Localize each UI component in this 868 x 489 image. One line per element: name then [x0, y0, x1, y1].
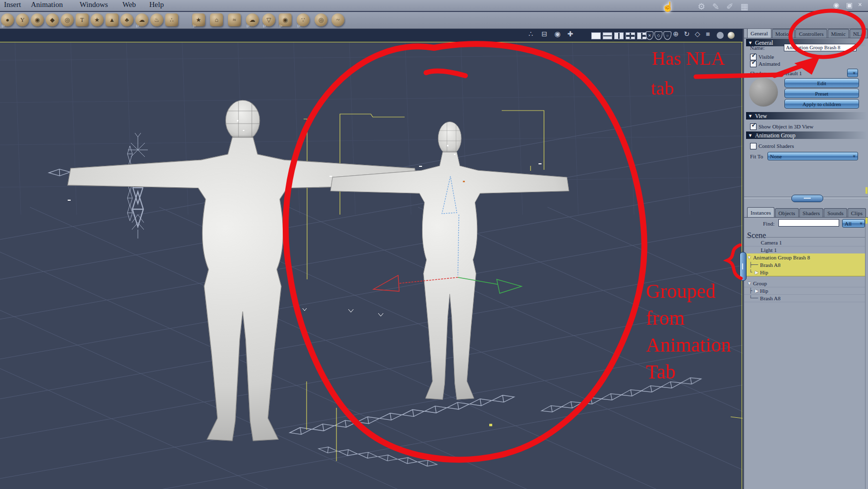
display-wire-icon[interactable]: ◇ — [654, 31, 662, 40]
scrollbar-track[interactable] — [865, 217, 866, 489]
bone-tool-icon[interactable]: ~ — [331, 13, 344, 26]
right-panel: Animation Group Brash 8 : Attributes ◀ G… — [743, 12, 868, 489]
particles-tool-icon[interactable]: ★ — [91, 13, 104, 26]
flat-sphere-icon[interactable] — [717, 32, 724, 39]
group-icon[interactable]: ∴ — [529, 31, 533, 38]
tab-objects[interactable]: Objects — [775, 208, 799, 217]
tab-instances[interactable]: Instances — [747, 207, 774, 217]
tree-row-hip-2[interactable]: ├▶ Hip — [744, 287, 865, 295]
brush-texture-room-icon[interactable]: ✐ — [726, 2, 733, 11]
menu-windows[interactable]: Windows — [80, 0, 108, 9]
textured-sphere-icon[interactable] — [728, 32, 735, 39]
volumetric-cloud-tool-icon[interactable]: ☁▷ — [246, 13, 259, 26]
filter-dropdown[interactable]: All » — [842, 219, 865, 228]
torus-tool-icon[interactable]: ◎ — [61, 13, 74, 26]
layout-2-pane-icon[interactable] — [603, 32, 612, 39]
shader-dropdown-button[interactable]: » — [847, 69, 858, 77]
apply-to-children-button[interactable]: Apply to children — [784, 99, 859, 109]
spot-light-tool-icon[interactable]: ▽▷ — [262, 13, 275, 26]
particle-emitter-tool-icon[interactable]: ∵▷ — [297, 13, 310, 26]
display-shaded-icon[interactable]: ○ — [663, 31, 671, 40]
wireframe-cube-icon[interactable]: ◇ — [695, 31, 700, 38]
fit-to-dropdown[interactable]: None » — [767, 152, 858, 160]
layout-4-pane-icon[interactable] — [626, 32, 635, 39]
tab-shaders[interactable]: Shaders — [799, 208, 824, 217]
house-tool-icon[interactable]: ⌂ — [210, 13, 223, 26]
close-icon[interactable]: × — [858, 1, 862, 8]
tree-label: Camera 1 — [761, 240, 782, 245]
text-tool-icon[interactable]: T — [76, 13, 89, 26]
layout-single-icon[interactable] — [591, 32, 601, 39]
expander-closed-icon[interactable]: ▶ — [755, 288, 759, 293]
ocean-tool-icon[interactable]: ≈ — [228, 13, 241, 26]
tree-row-brash-a8-2[interactable]: └──Brash A8 — [744, 294, 865, 302]
room-switcher: ☝ ⚙ ✎ ✐ ▦ — [662, 0, 749, 13]
camera-tool-icon[interactable]: ◉▷ — [279, 13, 292, 26]
vertex-object-tool-icon[interactable]: Y — [16, 13, 29, 26]
tree-label: Hip — [760, 288, 768, 294]
control-shaders-checkbox[interactable] — [750, 143, 757, 149]
tab-motion[interactable]: Motion — [772, 29, 795, 38]
expander-open-icon[interactable]: ▼ — [747, 255, 752, 260]
animated-checkbox[interactable] — [750, 61, 757, 67]
tree-row-camera[interactable]: Camera 1 — [744, 239, 865, 246]
rotate-view-icon[interactable]: ↻ — [684, 31, 690, 38]
rock-tool-icon[interactable]: ∴ — [165, 13, 178, 26]
menu-insert[interactable]: Insert — [4, 0, 21, 9]
expander-open-icon[interactable]: ▼ — [747, 281, 752, 286]
hand-assemble-room-icon[interactable]: ☝ — [662, 2, 674, 11]
tab-nla[interactable]: NLA — [850, 29, 868, 38]
menu-help[interactable]: Help — [149, 0, 164, 9]
display-box-icon[interactable]: ✕ — [646, 31, 653, 40]
target-helper-tool-icon[interactable]: ◎ — [315, 13, 327, 26]
solid-cube-icon[interactable]: ■ — [706, 31, 710, 38]
fountain-tool-icon[interactable]: ★▷ — [192, 13, 205, 26]
cloud-tool-icon[interactable]: ☁▷ — [135, 13, 148, 26]
camera-view-icon[interactable]: ◉ — [554, 31, 560, 38]
view-section-header[interactable]: ▼ View — [746, 112, 867, 120]
name-label: Name: — [750, 45, 764, 51]
geodesic-tool-icon[interactable]: ◉ — [31, 13, 44, 26]
sphere-tool-icon[interactable]: ●▷ — [1, 13, 14, 26]
tab-controllers[interactable]: Controllers — [795, 29, 827, 38]
wrench-model-room-icon[interactable]: ⚙ — [698, 2, 705, 11]
bones-tool-icon[interactable]: ◆ — [46, 13, 59, 26]
tree-row-hip[interactable]: └▶ Hip — [744, 268, 865, 276]
tree-row-group[interactable]: ▼ Group — [744, 279, 865, 287]
preset-button[interactable]: Preset — [784, 89, 859, 98]
tree-tool-icon[interactable]: ♣ — [120, 13, 133, 26]
panel-splitter-handle[interactable] — [791, 195, 823, 202]
tab-clips[interactable]: Clips — [848, 208, 866, 217]
find-input[interactable] — [778, 219, 839, 227]
eye-icon[interactable]: ◉ — [833, 2, 839, 9]
animation-group-section-header[interactable]: ▼ Animation Group — [746, 131, 867, 139]
tab-general[interactable]: General — [747, 28, 771, 38]
tab-sounds[interactable]: Sounds — [824, 208, 847, 217]
attributes-tabbar: General Motion Controllers Mimic NLA — [747, 28, 868, 38]
film-render-room-icon[interactable]: ▦ — [740, 2, 748, 11]
layout-3-pane-icon[interactable] — [614, 32, 624, 39]
tree-label: Animation Group Brash 8 — [753, 254, 810, 260]
pen-model-room-icon[interactable]: ✎ — [712, 2, 719, 11]
edit-button[interactable]: Edit — [784, 78, 859, 88]
viewport-toolbar: ∴ ⊟ ◉ ✚ ✕ ◇ ○ ⊕ ↻ ◇ ■ — [0, 28, 743, 42]
3d-viewport[interactable] — [0, 42, 743, 489]
tab-mimic[interactable]: Mimic — [828, 29, 849, 38]
menu-animation[interactable]: Animation — [31, 0, 63, 9]
tree-row-brash-a8[interactable]: ├──Brash A8 — [744, 261, 865, 269]
tree-row-animation-group[interactable]: ▼ Animation Group Brash 8 — [744, 253, 865, 261]
restore-icon[interactable]: ▣ — [846, 2, 853, 9]
fire-tool-icon[interactable]: ♨ — [150, 13, 163, 26]
shader-preview-sphere[interactable] — [749, 78, 778, 107]
tree-row-light[interactable]: Light 1 — [744, 246, 865, 254]
show-object-checkbox[interactable] — [750, 123, 757, 130]
gizmo-icon[interactable]: ✚ — [567, 31, 573, 38]
name-input[interactable] — [784, 44, 857, 51]
send-to-origin-icon[interactable]: ⊕ — [673, 31, 679, 38]
tree-label: Brash A8 — [760, 262, 780, 268]
vertical-splitter-handle[interactable] — [740, 252, 747, 281]
hierarchy-icon[interactable]: ⊟ — [542, 31, 547, 38]
expander-closed-icon[interactable]: ▶ — [755, 270, 759, 275]
menu-web[interactable]: Web — [122, 0, 136, 9]
terrain-tool-icon[interactable]: ▲ — [106, 13, 118, 26]
